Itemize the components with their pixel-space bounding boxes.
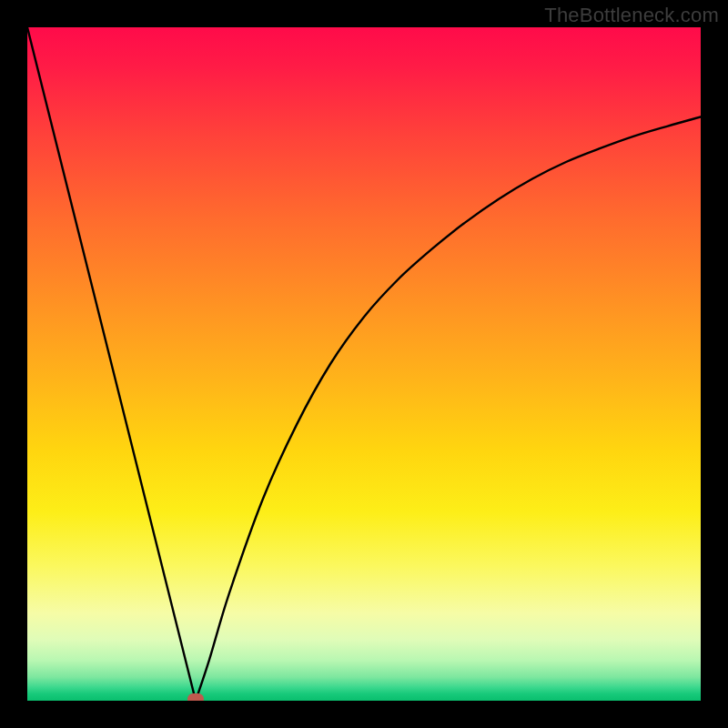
plot-area — [27, 27, 701, 701]
watermark-text: TheBottleneck.com — [544, 4, 719, 27]
minimum-marker — [187, 693, 204, 701]
chart-frame: TheBottleneck.com — [0, 0, 728, 728]
bottleneck-curve — [27, 27, 701, 701]
